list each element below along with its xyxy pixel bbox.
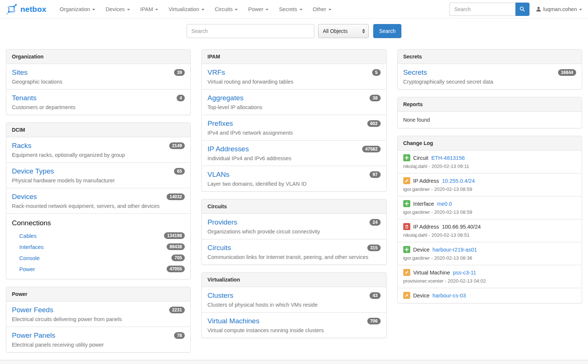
item-description: Clusters of physical hosts in which VMs …: [207, 302, 380, 308]
item-description: Electrical panels receiving utility powe…: [12, 342, 185, 348]
nav-ipam[interactable]: IPAM: [135, 0, 163, 18]
select-arrows-icon: [362, 29, 365, 33]
panel-title: IPAM: [202, 50, 386, 64]
search-button[interactable]: Search: [373, 24, 401, 38]
vrfs-link[interactable]: VRFs: [207, 68, 225, 77]
chevron-down-icon: [92, 9, 95, 10]
changelog-object-link[interactable]: ETH-4813156: [431, 155, 465, 161]
connection-row: Power 47055: [12, 263, 185, 274]
changelog-meta: nikolaj.dahl - 2020-02-13 09:11: [403, 164, 576, 169]
reports-empty-text: None found: [398, 112, 582, 128]
nav-devices[interactable]: Devices: [100, 0, 135, 18]
devices-link[interactable]: Devices: [12, 193, 37, 201]
changelog-meta: nikolaj.dahl - 2020-02-13 08:51: [403, 232, 576, 238]
prefixes-link[interactable]: Prefixes: [207, 119, 233, 128]
search-scope-select[interactable]: All Objects: [318, 24, 369, 38]
panel-dcim: DCIM Racks 2149 Equipment racks, optiona…: [6, 122, 191, 279]
racks-link[interactable]: Racks: [12, 142, 31, 150]
console-link[interactable]: Console: [19, 255, 40, 261]
panel-virtualization: Virtualization Clusters 43 Clusters of p…: [201, 272, 386, 338]
item-description: Individual IPv4 and IPv6 addresses: [207, 155, 380, 161]
connections-title: Connections: [12, 219, 185, 227]
item-description: Geographic locations: [12, 79, 185, 85]
chevron-down-icon: [201, 9, 204, 10]
vlans-link[interactable]: VLANs: [207, 171, 229, 179]
clusters-link[interactable]: Clusters: [207, 291, 233, 300]
ip-addresses-link[interactable]: IP Addresses: [207, 145, 249, 153]
list-item: Power Panels 78 Electrical panels receiv…: [6, 327, 190, 352]
changelog-meta: igor.gardiner - 2020-02-13 08:36: [403, 255, 576, 261]
panel-ipam: IPAM VRFs 5 Virtual routing and forwardi…: [201, 49, 386, 192]
circuits-link[interactable]: Circuits: [207, 244, 231, 252]
secrets-link[interactable]: Secrets: [403, 68, 427, 77]
panel-circuits: Circuits Providers 24 Organizations whic…: [201, 199, 386, 265]
changelog-object-link[interactable]: me0.0: [437, 201, 452, 207]
count-badge: 5: [372, 69, 381, 76]
list-item: Devices 14032 Rack-mounted network equip…: [6, 188, 190, 213]
cables-link[interactable]: Cables: [19, 233, 37, 239]
sites-link[interactable]: Sites: [12, 68, 27, 77]
chevron-down-icon: [328, 9, 331, 10]
changelog-object-type: Circuit: [413, 155, 428, 161]
global-search-bar: All Objects Search: [0, 24, 588, 38]
nav-other[interactable]: Other: [308, 0, 337, 18]
column-right: Secrets Secrets 16844 Cryptographically …: [397, 49, 582, 311]
changelog-object-link[interactable]: pss-c3-11: [453, 270, 476, 276]
navbar-search-input[interactable]: [450, 3, 515, 16]
item-description: Customers or departments: [12, 104, 185, 110]
main-nav-menu: Organization Devices IPAM Virtualization…: [54, 0, 337, 18]
device-types-link[interactable]: Device Types: [12, 167, 54, 175]
list-item: Virtual Machines 706 Virtual compute ins…: [202, 312, 386, 338]
top-navbar: netbox Organization Devices IPAM Virtual…: [0, 0, 588, 18]
nav-secrets[interactable]: Secrets: [274, 0, 307, 18]
interfaces-link[interactable]: Interfaces: [19, 244, 44, 250]
list-item: VRFs 5 Virtual routing and forwarding ta…: [202, 64, 386, 89]
item-description: Virtual routing and forwarding tables: [207, 79, 380, 85]
nav-virtualization[interactable]: Virtualization: [163, 0, 210, 18]
nav-power[interactable]: Power: [243, 0, 274, 18]
create-icon: [403, 154, 410, 161]
connections-group: Connections Cables 134198 Interfaces 864…: [6, 213, 190, 279]
panel-reports: Reports None found: [397, 97, 582, 128]
count-badge: 39: [174, 69, 185, 76]
item-description: Cryptographically secured secret data: [403, 79, 576, 85]
list-item: VLANs 97 Layer two domains, identified b…: [202, 166, 386, 191]
aggregates-link[interactable]: Aggregates: [207, 94, 243, 102]
chevron-down-icon: [127, 9, 130, 10]
update-icon: [403, 292, 410, 299]
count-badge: 705: [171, 255, 185, 261]
nav-circuits[interactable]: Circuits: [210, 0, 243, 18]
navbar-search-button[interactable]: [515, 3, 529, 16]
power-panels-link[interactable]: Power Panels: [12, 331, 55, 340]
virtual-machines-link[interactable]: Virtual Machines: [207, 317, 259, 325]
providers-link[interactable]: Providers: [207, 218, 237, 226]
changelog-entry: Device harbour-cs-03: [398, 288, 582, 303]
panel-title: Circuits: [202, 199, 386, 214]
changelog-object-type: Interface: [413, 201, 434, 207]
list-item: Prefixes 602 IPv4 and IPv6 network assig…: [202, 115, 386, 140]
nav-organization[interactable]: Organization: [54, 0, 100, 18]
count-badge: 16844: [558, 69, 576, 76]
search-input[interactable]: [187, 24, 314, 38]
netbox-brand[interactable]: netbox: [6, 4, 46, 15]
changelog-object-link[interactable]: harbour-r219-as01: [432, 247, 477, 253]
connection-row: Interfaces 86438: [12, 241, 185, 252]
changelog-object-link[interactable]: 10.255.0.4/24: [442, 178, 475, 184]
count-badge: 97: [370, 171, 380, 178]
item-description: Equipment racks, optionally organized by…: [12, 152, 185, 158]
item-description: Rack-mounted network equipment, servers,…: [12, 203, 185, 209]
item-description: Organizations which provide circuit conn…: [207, 229, 380, 235]
changelog-object-type: IP Address: [413, 224, 439, 230]
tenants-link[interactable]: Tenants: [12, 94, 37, 102]
column-left: Organization Sites 39 Geographic locatio…: [6, 49, 191, 360]
delete-icon: [403, 223, 410, 230]
item-description: Communication links for Internet transit…: [207, 254, 380, 260]
power-link[interactable]: Power: [19, 266, 35, 272]
changelog-object-link[interactable]: harbour-cs-03: [432, 293, 466, 299]
column-middle: IPAM VRFs 5 Virtual routing and forwardi…: [201, 49, 386, 346]
item-description: Electrical circuits delivering power fro…: [12, 316, 185, 322]
page-footer: netbox.example.lan (v2.7.7) 2020-02-13 0…: [0, 360, 588, 364]
user-menu[interactable]: luqman.cohen: [536, 6, 582, 12]
power-feeds-link[interactable]: Power Feeds: [12, 306, 53, 314]
changelog-object-type: IP Address: [413, 178, 439, 184]
